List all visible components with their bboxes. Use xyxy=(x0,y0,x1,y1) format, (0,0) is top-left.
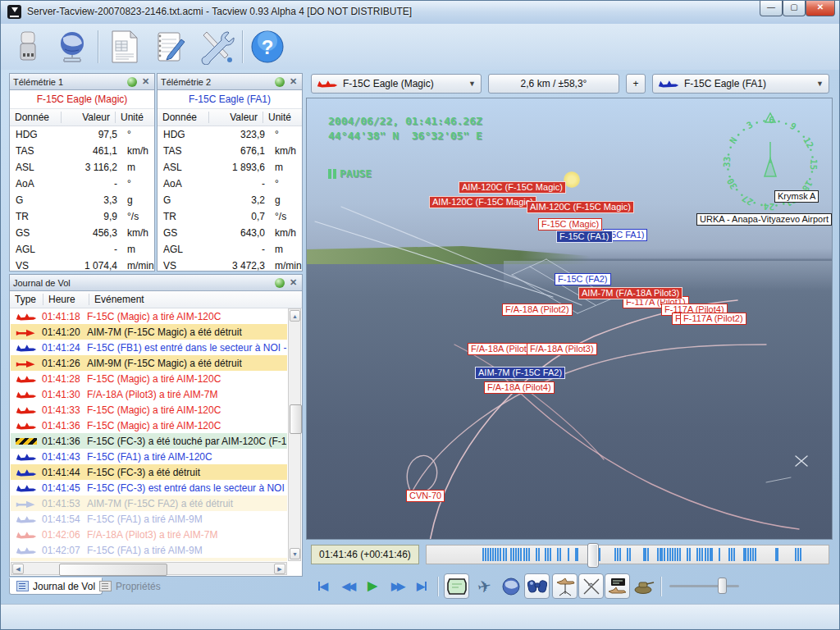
pin-icon[interactable] xyxy=(275,278,285,288)
object-label[interactable]: AIM-120C (F-15C Magic) xyxy=(527,201,634,213)
journal-event-row[interactable]: 01:41:43F-15C (FA1) a tiré AIM-120C xyxy=(11,449,287,464)
ground-objects-button[interactable] xyxy=(631,573,656,599)
event-text: F-15C (Magic) a tiré AIM-120C xyxy=(87,404,287,416)
zoom-slider-thumb[interactable] xyxy=(718,578,727,594)
telemetry-1-header[interactable]: Télémétrie 1 ✕ xyxy=(10,74,154,90)
journal-event-row[interactable]: 01:41:36F-15C (Magic) a tiré AIM-120C xyxy=(11,418,287,433)
telemetry-row: AoA-° xyxy=(10,176,154,192)
report-document-button[interactable] xyxy=(104,26,145,67)
object-label[interactable]: F/A-18A (Pilot4) xyxy=(484,381,555,394)
object-label[interactable]: Krymsk A xyxy=(774,190,819,203)
fast-forward-button[interactable]: ▶▶ xyxy=(386,575,408,596)
object-label[interactable]: AIM-120C (F-15C Magic) xyxy=(429,196,536,208)
object-label[interactable]: AIM-7M (F/A-18A Pilot3) xyxy=(578,287,682,299)
journal-event-row[interactable]: 01:42:13AIM-9M (F-15C FA1) a été détruit xyxy=(11,558,287,561)
event-time: 01:41:36 xyxy=(42,436,87,447)
wrench-screwdriver-icon xyxy=(199,29,235,65)
pin-icon[interactable] xyxy=(275,77,285,87)
journal-event-row[interactable]: 01:41:24F-15C (FB1) est entré dans le se… xyxy=(11,340,287,355)
properties-icon xyxy=(99,581,112,591)
open-recording-button[interactable] xyxy=(7,26,48,67)
settings-tools-button[interactable] xyxy=(196,26,237,67)
tab-properties[interactable]: Propriétés xyxy=(93,578,167,595)
object-label[interactable]: F/A-18A (Pilot2) xyxy=(502,304,573,316)
horizontal-scrollbar[interactable]: ◀ ▶ xyxy=(11,562,287,575)
journal-event-row[interactable]: 01:42:06F/A-18A (Pilot3) a tiré AIM-7M xyxy=(11,527,287,542)
rewind-button[interactable]: ◀◀ xyxy=(337,575,358,596)
object-label[interactable]: AIM-120C (F-15C Magic) xyxy=(459,181,566,194)
journal-event-row[interactable]: 01:41:33F-15C (Magic) a tiré AIM-120C xyxy=(11,402,287,418)
close-icon[interactable]: ✕ xyxy=(290,77,299,86)
event-text: F-15C (FA1) a tiré AIM-9M xyxy=(87,545,287,556)
object-label[interactable]: F-15C (Magic) xyxy=(538,218,602,231)
play-button[interactable]: ▶ xyxy=(362,575,383,596)
svg-text:9: 9 xyxy=(788,121,797,133)
telemetry-row: TAS461,1km/h xyxy=(10,143,154,159)
journal-event-row[interactable]: 01:41:45F-15C (FC-3) est entré dans le s… xyxy=(11,480,287,495)
range-angle-button[interactable]: 2,6 km / ±58,3° xyxy=(488,74,619,94)
hud-view-button[interactable] xyxy=(444,573,469,599)
journal-event-row[interactable]: 01:41:53AIM-7M (F-15C FA2) a été détruit xyxy=(11,495,287,511)
journal-event-row[interactable]: 01:41:36F-15C (FC-3) a été touché par AI… xyxy=(11,433,287,449)
zoom-slider[interactable] xyxy=(669,585,739,587)
minimize-button[interactable]: — xyxy=(760,1,783,16)
telemetry-row: AoA-° xyxy=(158,176,302,192)
skip-end-button[interactable]: ▶ xyxy=(411,575,432,596)
journal-event-row[interactable]: 01:42:07F-15C (FA1) a tiré AIM-9M xyxy=(11,542,287,558)
event-text: F/A-18A (Pilot3) a tiré AIM-7M xyxy=(87,529,287,541)
telemetry-2-panel: Télémétrie 2 ✕ F-15C Eagle (FA1) Donnée … xyxy=(157,73,303,272)
network-button[interactable] xyxy=(52,26,93,67)
binoculars-view-button[interactable] xyxy=(524,573,550,599)
right-aircraft-select[interactable]: F-15C Eagle (FA1) ▼ xyxy=(652,74,829,94)
object-label[interactable]: F-15C (FA1) xyxy=(556,231,613,243)
telemetry-row: VS1 074,4m/min xyxy=(10,258,154,274)
notes-editor-button[interactable] xyxy=(150,26,191,67)
close-icon[interactable]: ✕ xyxy=(142,77,151,86)
timeline-slider[interactable] xyxy=(426,545,829,564)
event-time: 01:41:44 xyxy=(42,467,87,478)
free-camera-button[interactable] xyxy=(578,573,604,599)
pedestal-camera-button[interactable] xyxy=(552,573,578,599)
flight-log-header[interactable]: Journal de Vol ✕ xyxy=(10,275,302,291)
title-bar[interactable]: Server-Tacview-20070823-2146.txt.acmi - … xyxy=(1,1,840,24)
close-icon[interactable]: ✕ xyxy=(290,278,299,287)
object-label[interactable]: F-15C (FA2) xyxy=(555,273,611,285)
pin-icon[interactable] xyxy=(127,77,137,87)
telemetry-row: TAS676,1km/h xyxy=(158,143,302,159)
globe-view-button[interactable] xyxy=(498,573,523,599)
event-time: 01:41:36 xyxy=(42,420,87,431)
object-label[interactable]: CVN-70 xyxy=(406,490,445,502)
journal-event-row[interactable]: 01:41:28F-15C (Magic) a tiré AIM-120C xyxy=(11,371,287,386)
journal-event-row[interactable]: 01:41:18F-15C (Magic) a tiré AIM-120C xyxy=(11,308,287,324)
fighter-view-button[interactable]: ✈ xyxy=(472,573,497,599)
separator xyxy=(660,577,661,596)
tab-flight-log[interactable]: Journal de Vol xyxy=(9,578,103,595)
journal-event-row[interactable]: 01:41:44F-15C (FC-3) a été détruit xyxy=(11,464,287,480)
plane-icon xyxy=(11,421,42,431)
3d-viewport[interactable]: 2004/06/22, 01:41:46.26Z 44°44'38" N 36°… xyxy=(306,98,833,540)
event-text: F-15C (Magic) a tiré AIM-120C xyxy=(87,420,287,431)
object-label[interactable]: AIM-7M (F-15C FA2) xyxy=(475,367,565,379)
close-button[interactable]: ✕ xyxy=(806,1,835,16)
object-label[interactable]: URKA - Anapa-Vityazevo Airport xyxy=(696,213,832,226)
journal-event-row[interactable]: 01:41:26AIM-9M (F-15C Magic) a été détru… xyxy=(11,355,287,371)
add-view-button[interactable]: + xyxy=(626,74,646,94)
object-label[interactable]: F/A-18A (Pilot3) xyxy=(527,343,597,355)
document-icon xyxy=(109,30,140,64)
svg-text:24: 24 xyxy=(763,201,774,212)
help-button[interactable]: ? xyxy=(247,26,288,67)
labels-toggle-button[interactable] xyxy=(605,573,630,599)
left-aircraft-select[interactable]: F-15C Eagle (Magic) ▼ xyxy=(311,74,482,94)
journal-event-row[interactable]: 01:41:20AIM-7M (F-15C Magic) a été détru… xyxy=(11,324,287,340)
vertical-scrollbar[interactable]: ▲ ▼ xyxy=(288,308,301,561)
toolbar-separator xyxy=(98,30,98,63)
telemetry-2-header[interactable]: Télémétrie 2 ✕ xyxy=(158,74,302,90)
journal-event-row[interactable]: 01:41:30F/A-18A (Pilot3) a tiré AIM-7M xyxy=(11,386,287,402)
skip-start-button[interactable]: ◀ xyxy=(313,575,334,596)
timeline-thumb[interactable] xyxy=(587,543,599,568)
event-time: 01:42:13 xyxy=(42,560,87,562)
event-time: 01:41:54 xyxy=(42,514,87,525)
maximize-button[interactable]: ▢ xyxy=(783,1,806,16)
object-label[interactable]: F-117A (Pilot2) xyxy=(680,313,746,325)
journal-event-row[interactable]: 01:41:54F-15C (FA1) a tiré AIM-9M xyxy=(11,511,287,527)
